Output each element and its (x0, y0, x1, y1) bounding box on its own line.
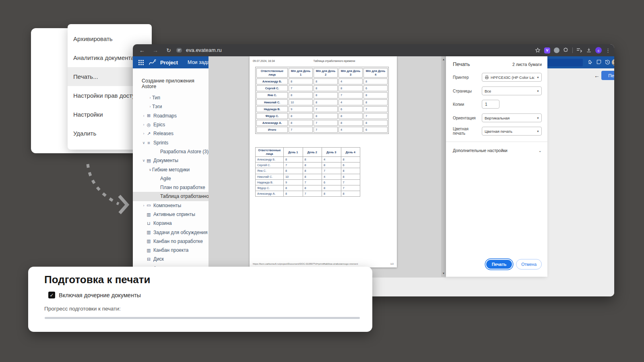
table-value-cell: 8 (341, 174, 360, 179)
color-print-label: Цветная печать (453, 127, 482, 136)
sidebar-item-label: Задачи для обсуждения (153, 230, 208, 235)
chevron-right-icon[interactable]: › (142, 132, 146, 136)
table-row: Фёдор С.8887 (256, 185, 360, 191)
sidebar-item[interactable]: ›▭Компоненты (133, 201, 208, 210)
sidebar-item[interactable]: ›↗Releases (133, 129, 208, 138)
sidebar-item[interactable]: ∨Гибкие методики (133, 165, 208, 174)
table-row: Николай С.10848 (256, 174, 360, 179)
table-name-cell: Александр Б. (256, 157, 284, 162)
sidebar-item[interactable]: Agile (133, 174, 208, 183)
tab-list-icon[interactable] (576, 48, 582, 53)
print-date: 09.07.2024, 16:34 (253, 60, 275, 62)
browser-forward-icon[interactable]: → (151, 47, 159, 53)
table-value-cell: 7 (289, 127, 313, 133)
table-value-cell: 7 (341, 179, 360, 185)
table-value-cell: 7 (314, 106, 338, 112)
site-info-icon[interactable] (176, 47, 182, 53)
table-row: Александр Б.8848 (256, 78, 388, 84)
scroll-up-icon[interactable]: ▲ (441, 57, 446, 62)
table-header-cell: День 1 (284, 148, 303, 157)
sidebar-item-label: План по разработке (160, 185, 205, 190)
sidebar-item[interactable]: ▥Канбан проекта (133, 246, 208, 255)
table-row: Александр А.8788 (256, 120, 388, 126)
table-value-cell: 7 (289, 85, 313, 91)
sidebar-item[interactable]: ∨≡Sprints (133, 138, 208, 147)
scroll-down-icon[interactable]: ▼ (441, 271, 446, 276)
table-value-cell: 7 (303, 179, 322, 185)
orientation-select[interactable]: Вертикальная▼ (482, 113, 542, 122)
extension-v-icon[interactable]: V (544, 47, 550, 53)
dialog-print-button[interactable]: Печать (485, 259, 513, 269)
print-preview-page: 09.07.2024, 16:34 Таблица отработанного … (250, 56, 397, 267)
page-back-icon[interactable]: ← (594, 72, 600, 79)
notifications-bell-icon[interactable] (587, 59, 593, 65)
extension-globe-icon[interactable] (554, 47, 559, 53)
sidebar-item[interactable]: ›◎Epics (133, 120, 208, 129)
chevron-down-icon[interactable]: ∨ (148, 168, 152, 172)
notes-icon[interactable] (596, 59, 602, 65)
sidebar-item[interactable]: ›Тэги (133, 102, 208, 111)
dialog-cancel-button[interactable]: Отмена (516, 259, 542, 269)
more-settings-row[interactable]: Дополнительные настройки ⌄ (453, 148, 542, 153)
printer-select[interactable]: HPFCE43C (HP Color La:▼ (482, 73, 542, 82)
chevron-right-icon[interactable]: › (142, 123, 146, 127)
sidebar-item[interactable]: ›Тип (133, 93, 208, 102)
extensions-puzzle-icon[interactable] (563, 47, 569, 53)
include-children-checkbox[interactable]: ✓ (48, 292, 55, 298)
table-row: Яна С.8878 (256, 92, 388, 98)
sidebar-item-label: Releases (153, 131, 173, 136)
sidebar-item[interactable]: ▥Канбан по разработке (133, 237, 208, 246)
table-value-cell: 8 (284, 185, 303, 191)
apps-grid-icon[interactable] (138, 60, 144, 65)
table-header-cell: День 2 (303, 148, 322, 157)
profile-avatar[interactable]: c (595, 47, 602, 53)
sidebar-item-label: Sprints (153, 140, 168, 146)
chevron-right-icon[interactable]: › (142, 204, 146, 208)
browser-menu-icon[interactable]: ⋮ (605, 47, 611, 53)
browser-window: ← → ↻ eva.evateam.ru V (133, 44, 614, 296)
copies-input[interactable] (482, 100, 500, 109)
sidebar-item[interactable]: План по разработке (133, 183, 208, 192)
chevron-right-icon[interactable]: › (142, 114, 146, 118)
print-dialog-title: Печать (453, 61, 512, 67)
browser-reload-icon[interactable]: ↻ (165, 47, 173, 53)
sidebar-item[interactable]: ▥Активные спринты (133, 210, 208, 219)
progress-label: Прогресс подготовки к печати: (44, 306, 121, 312)
project-title[interactable]: Создание приложения Astore (142, 78, 208, 89)
table-header-cell: День 3 (322, 148, 341, 157)
color-print-select[interactable]: Цветная печать▼ (482, 127, 542, 136)
evateam-logo-icon[interactable] (149, 59, 157, 66)
sidebar-item[interactable]: ⊟Диск (133, 255, 208, 263)
table-value-cell: 7 (363, 106, 388, 112)
chevron-right-icon[interactable]: › (148, 96, 152, 100)
table-value-cell: 8 (339, 120, 363, 126)
browser-back-icon[interactable]: ← (138, 47, 146, 53)
table-name-cell: Яна С. (256, 92, 288, 98)
product-name[interactable]: Project (160, 60, 178, 66)
history-icon[interactable] (605, 59, 611, 65)
table-value-cell: 8 (303, 174, 322, 179)
url-text[interactable]: eva.evateam.ru (186, 47, 222, 53)
chevron-down-icon[interactable]: ∨ (142, 141, 146, 145)
worked-time-table-1: Ответственные лицаMin для День 1Min для … (255, 67, 389, 134)
user-avatar[interactable] (612, 59, 614, 66)
table-header-cell: Ответственные лица (256, 68, 288, 78)
pages-select[interactable]: Все▼ (482, 86, 542, 95)
chevron-down-icon[interactable]: ∨ (142, 158, 146, 162)
table-value-cell: 6 (341, 162, 360, 168)
checkbox-label: Включая дочерние документы (59, 292, 141, 298)
downloads-icon[interactable] (586, 47, 592, 53)
table-value-cell: 8 (289, 120, 313, 126)
page-print-button[interactable]: Печать (601, 71, 614, 80)
table-value-cell: 6 (339, 106, 363, 112)
table-row: Надежда В.9767 (256, 106, 388, 112)
preview-scrollbar[interactable]: ▲ ▼ (441, 56, 446, 277)
chevron-right-icon[interactable]: › (148, 105, 152, 109)
sidebar-item[interactable]: Таблица отработанного времен (133, 192, 208, 201)
sidebar-item[interactable]: ▥Задачи для обсуждения (133, 228, 208, 237)
sidebar-item[interactable]: ∨▤Документы (133, 156, 208, 165)
sidebar-item[interactable]: Разработка Astore (3) (133, 147, 208, 156)
sidebar-item[interactable]: ⊔Корзина (133, 219, 208, 228)
bookmark-star-icon[interactable] (535, 47, 541, 53)
sidebar-item[interactable]: ›⊞Roadmaps (133, 111, 208, 120)
